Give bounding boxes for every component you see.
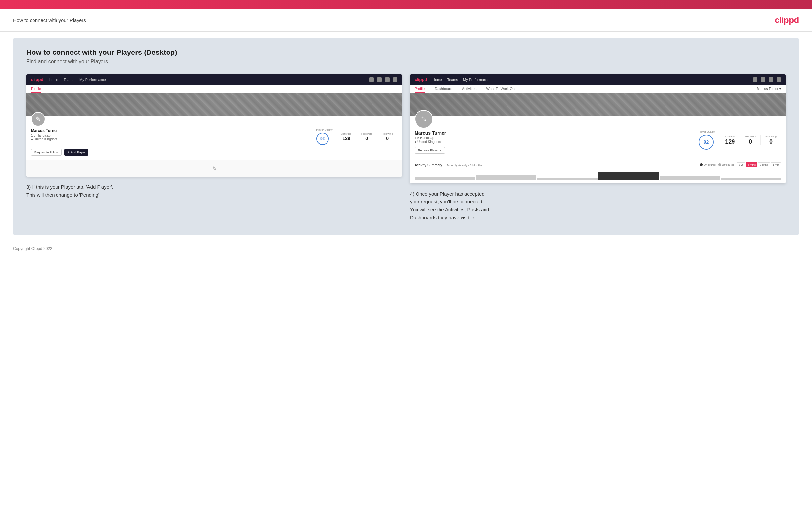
activity-title: Activity Summary [414,163,442,167]
caption-left-text: 3) If this is your Player tap, 'Add Play… [26,184,113,198]
user-icon-1[interactable] [377,77,382,82]
stat-group-1: Activities 129 Followers 0 Following 0 [341,132,398,141]
user-dropdown-label: Marcus Turner [757,87,778,91]
app-nav-home-1[interactable]: Home [49,78,58,82]
caption-right-text: 4) Once your Player has acceptedyour req… [410,191,489,220]
tabs-row-2: Profile Dashboard Activities What To Wor… [410,84,786,93]
quality-value-1: 92 [316,132,329,145]
chart-bar-1 [414,177,475,180]
request-follow-button[interactable]: Request to Follow [31,149,62,156]
page-heading: How to connect with your Players (Deskto… [26,48,786,57]
stat-following-1: Following 0 [377,132,398,141]
legend-oncourse: On course [700,163,716,166]
tab-profile-2[interactable]: Profile [414,87,425,93]
chart-area [414,170,781,180]
profile-stats-2: Marcus Turner 1-5 Handicap ● United King… [414,130,781,154]
legend-label-oncourse: On course [704,163,716,166]
app-nav-2: clippd Home Teams My Performance [410,74,786,84]
remove-player-label: Remove Player [418,149,439,152]
stat-activities-2: Activities 129 [725,135,740,146]
location-icon-1: ● [31,137,33,141]
app-nav-teams-2[interactable]: Teams [447,78,458,82]
quality-value-2: 92 [699,134,714,150]
header: How to connect with your Players clippd [0,9,812,32]
activity-controls: On course Off course 1 yr 6 mths 3 mths … [700,162,781,167]
stat-followers-2: Followers 0 [740,135,760,146]
logo: clippd [774,15,799,25]
copyright-text: Copyright Clippd 2022 [13,246,52,251]
avatar-icon-2: ✎ [421,115,427,123]
user-dropdown-2[interactable]: Marcus Turner ▾ [757,87,781,91]
app-nav-icons-1 [369,77,398,82]
screenshot-1: clippd Home Teams My Performance Profile [26,74,402,177]
app-nav-logo-2: clippd [414,77,427,82]
handicap-2: 1-5 Handicap [414,136,446,140]
stat-group-2: Activities 129 Followers 0 Following 0 [725,135,781,146]
profile-info-2: Marcus Turner 1-5 Handicap ● United King… [414,130,446,154]
app-nav-teams-1[interactable]: Teams [64,78,74,82]
chart-bar-4 [599,172,659,180]
app-nav-logo-1: clippd [31,77,43,82]
app-nav-performance-1[interactable]: My Performance [80,78,106,82]
pencil-icon-1: ✎ [212,165,216,172]
tab-activities-2[interactable]: Activities [462,87,476,93]
screenshot-2: clippd Home Teams My Performance Profile [410,74,786,183]
app-nav-icons-2 [753,77,781,82]
player-name-2: Marcus Turner [414,130,446,135]
remove-player-icon: × [440,149,442,152]
profile-banner-1 [26,93,402,116]
time-btn-1yr[interactable]: 1 yr [737,162,745,167]
legend-offcourse: Off course [718,163,734,166]
activity-summary: Activity Summary Monthly Activity · 6 Mo… [410,158,786,183]
country-1: ● United Kingdom [31,137,58,141]
chart-bar-5 [660,176,720,180]
remove-player-button[interactable]: Remove Player × [414,147,445,154]
profile-info-1: Marcus Turner 1-5 Handicap ● United King… [31,128,58,141]
time-btn-6mths[interactable]: 6 mths [746,162,757,167]
top-bar [0,0,812,9]
app-nav-home-2[interactable]: Home [432,78,442,82]
header-title: How to connect with your Players [13,17,86,23]
add-icon: + [68,151,69,154]
time-btn-1mth[interactable]: 1 mth [771,162,781,167]
app-nav-performance-2[interactable]: My Performance [463,78,490,82]
profile-banner-2 [410,93,786,116]
search-icon-1[interactable] [369,77,374,82]
time-btn-3mths[interactable]: 3 mths [758,162,770,167]
main-content: How to connect with your Players (Deskto… [13,39,799,235]
stats-row-2: Player Quality 92 Activities 129 Followe… [699,130,781,150]
activity-title-group: Activity Summary Monthly Activity · 6 Mo… [414,162,482,168]
banner-image-2 [410,93,786,116]
add-player-button[interactable]: + Add Player [64,149,88,156]
header-divider [13,32,799,32]
avatar-1: ✎ [31,112,45,126]
user-icon-2[interactable] [761,77,765,82]
stat-followers-1: Followers 0 [356,132,377,141]
country-2: ● United Kingdom [414,140,446,144]
remove-player-wrapper: Remove Player × [414,147,446,154]
tab-profile-1[interactable]: Profile [31,87,41,93]
avatar-2: ✎ [414,110,433,128]
globe-icon-2[interactable] [776,77,781,82]
profile-footer-1: ✎ [26,160,402,177]
profile-body-1: ✎ Marcus Turner 1-5 Handicap ● United Ki… [26,116,402,160]
globe-icon-1[interactable] [393,77,398,82]
chart-bar-3 [537,177,598,180]
settings-icon-2[interactable] [769,77,773,82]
search-icon-2[interactable] [753,77,757,82]
time-buttons: 1 yr 6 mths 3 mths 1 mth [737,162,781,167]
page-subheading: Find and connect with your Players [26,59,786,65]
settings-icon-1[interactable] [385,77,390,82]
app-tabs-1: Profile [26,84,402,93]
tab-dashboard-2[interactable]: Dashboard [435,87,452,93]
profile-body-2: ✎ Marcus Turner 1-5 Handicap ● United Ki… [410,116,786,158]
tab-whattoon-2[interactable]: What To Work On [486,87,514,93]
handicap-1: 1-5 Handicap [31,133,58,137]
legend-dot-oncourse [700,163,703,166]
quality-label-2: Player Quality [699,130,715,133]
player-name-1: Marcus Turner [31,128,58,133]
caption-right: 4) Once your Player has acceptedyour req… [410,190,786,222]
avatar-icon-1: ✎ [36,115,41,123]
banner-image-1 [26,93,402,116]
left-screenshot-col: clippd Home Teams My Performance Profile [26,74,402,222]
